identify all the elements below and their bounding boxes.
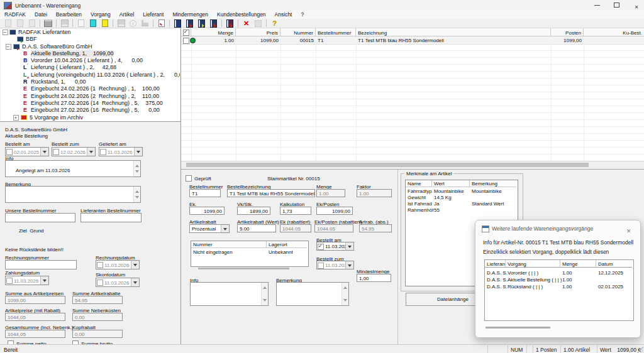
tree-item-eingebucht-2[interactable]: E Eingebucht 24.02.2026 (2 Rechnung) , 2…: [1, 93, 180, 100]
dialog-vorgang-table[interactable]: Lieferant Vorgang Menge Datum D.A.S. S..…: [484, 259, 634, 321]
tree-supplier-das[interactable]: D.A.S. SoftwareBüro GmbH: [1, 43, 180, 50]
save-all-icon[interactable]: [116, 19, 126, 28]
menu-ansicht[interactable]: Ansicht: [270, 11, 297, 18]
rechnungsnummer-input[interactable]: [5, 260, 77, 269]
date-checkbox[interactable]: [318, 263, 324, 269]
ek-posten-input[interactable]: 1099,00: [316, 207, 353, 215]
grid-header-posten[interactable]: Posten: [551, 28, 584, 36]
minimize-button[interactable]: [588, 0, 607, 10]
dialog-horizontal-scrollbar[interactable]: [484, 325, 633, 329]
maximize-button[interactable]: [608, 0, 626, 10]
tree-root[interactable]: RADFAK Lieferanten: [1, 29, 180, 36]
chevron-down-icon[interactable]: [345, 242, 353, 250]
dialog-cell[interactable]: Vororder ( | | ): [506, 270, 562, 276]
art-info-textarea[interactable]: [190, 282, 269, 306]
chevron-down-icon[interactable]: [134, 148, 142, 156]
menu-lieferant[interactable]: Lieferant: [138, 11, 168, 18]
chevron-down-icon[interactable]: [345, 261, 353, 269]
textarea-scrollbar[interactable]: [341, 283, 348, 305]
new-document-cyan-icon[interactable]: [87, 19, 98, 28]
scrollbar-thumb[interactable]: [486, 327, 550, 329]
mindestmenge-input[interactable]: 1,00: [357, 274, 391, 282]
info-textarea[interactable]: Angelegt am 11.03.2026: [5, 160, 141, 177]
dialog-cell[interactable]: 02.01.2025: [596, 284, 634, 290]
vk-input[interactable]: 1899,00: [237, 207, 270, 215]
dialog-cell[interactable]: [596, 277, 634, 283]
dialog-cell[interactable]: Rückstand ( | | ): [506, 284, 562, 290]
table-row[interactable]: 1.00 1099,00 00015 T1 T1 Test MTB blau R…: [181, 36, 644, 45]
tree-item-eingebucht-3[interactable]: E Eingebucht 27.02.2026 (14 Rechnung) , …: [1, 100, 180, 107]
grid-header-kubest[interactable]: Ku-Best.: [584, 28, 644, 36]
date-checkbox-checked[interactable]: [318, 244, 324, 250]
info-icon[interactable]: i: [128, 19, 138, 28]
skontodatum-date-picker[interactable]: 11.03.2026: [96, 278, 140, 287]
dialog-cell[interactable]: D.A.S. S...: [485, 277, 508, 283]
artikelrabatt-wert-input[interactable]: 5.00: [237, 224, 276, 232]
date-checkbox[interactable]: [97, 280, 103, 286]
edit-document-icon[interactable]: [156, 19, 167, 28]
resize-grip[interactable]: [637, 347, 643, 353]
book-add-icon[interactable]: [172, 19, 183, 28]
art-bestellt-zum-date-picker[interactable]: 11.03.2026: [316, 261, 354, 269]
dialog-cell[interactable]: D.A.S. S...: [485, 270, 508, 276]
zahlungsdatum-date-picker[interactable]: 11.03.2026: [5, 276, 49, 285]
paste-special-icon[interactable]: [26, 19, 37, 28]
menu-vorgang[interactable]: Vorgang: [86, 11, 115, 18]
collapse-icon[interactable]: [3, 30, 8, 35]
book-out-icon[interactable]: [208, 19, 219, 28]
unsere-bestellnummer-input[interactable]: [5, 213, 75, 222]
dialog-cell[interactable]: Aktuelle Bestellung ( | | ): [506, 277, 562, 283]
tree-item-lieferung[interactable]: L Lieferung ( Lieferant ) , 2, 42,88: [1, 64, 180, 71]
ek-input[interactable]: 1099,00: [189, 207, 225, 215]
rechnungsdatum-date-picker[interactable]: 11.03.2026: [96, 260, 140, 269]
book-in-icon[interactable]: [184, 19, 195, 28]
art-bestellt-am-date-picker[interactable]: 11.03.2026: [316, 242, 354, 251]
dialog-cell[interactable]: 1.00: [560, 270, 598, 276]
factory-icon[interactable]: [140, 19, 150, 28]
grid-header-menge[interactable]: Menge: [191, 28, 236, 36]
tree-item-eingebucht-1[interactable]: E Eingebucht 24.02.2026 (1 Rechnung) , 1…: [1, 85, 180, 92]
menu-radfak[interactable]: RADFAK: [0, 11, 30, 18]
tree-item-vororder[interactable]: B , Vororder 10.04.2026 ( Lieferant ) , …: [1, 57, 180, 64]
book-edit-icon[interactable]: [196, 19, 207, 28]
menu-help[interactable]: ?: [296, 11, 308, 18]
print-icon[interactable]: [43, 19, 53, 28]
grid-header-bezeichnung[interactable]: Bezeichnung: [356, 28, 551, 36]
tree-item-eingebucht-4[interactable]: E Eingebucht 27.02.2026 (16 Rechnung) , …: [1, 107, 180, 114]
textarea-scrollbar[interactable]: [133, 161, 140, 176]
art-bemerkung-textarea[interactable]: [276, 282, 349, 306]
dialog-cell[interactable]: 12.12.2025: [596, 270, 634, 276]
grid-header-nummer[interactable]: Nummer: [280, 28, 316, 36]
chevron-down-icon[interactable]: [131, 278, 139, 286]
grid-horizontal-scrollbar[interactable]: [181, 161, 644, 169]
bemerkung-textarea[interactable]: [5, 186, 141, 203]
lieferanten-bestellnummer-input[interactable]: [80, 213, 142, 222]
menu-datei[interactable]: Datei: [30, 11, 52, 18]
paste-icon[interactable]: [3, 19, 13, 28]
chevron-down-icon[interactable]: [221, 225, 229, 232]
delete-icon[interactable]: ✕: [241, 19, 252, 28]
textarea-scrollbar[interactable]: [133, 187, 140, 202]
menu-mindermengen[interactable]: Mindermengen: [168, 11, 213, 18]
bestellt-am-date-picker[interactable]: 02.01.2025: [5, 147, 49, 156]
expand-icon[interactable]: [13, 115, 19, 121]
dialog-cell[interactable]: 1.00: [560, 277, 598, 283]
close-button[interactable]: [627, 0, 644, 10]
row-checkbox[interactable]: [183, 38, 189, 44]
chevron-down-icon[interactable]: [87, 148, 95, 156]
date-checkbox[interactable]: [6, 278, 13, 284]
new-document-yellow-icon[interactable]: [99, 19, 110, 28]
lager-table[interactable]: Nummer Lagerort Nicht eingetragen Unbeka…: [191, 241, 309, 267]
tree-item-rueckstand[interactable]: R Rückstand, 1, 0,00: [1, 79, 180, 85]
chevron-down-icon[interactable]: [131, 261, 139, 269]
tree-supplier-bbf[interactable]: BBF: [1, 36, 180, 43]
collapse-icon[interactable]: [6, 44, 11, 50]
splitter[interactable]: [180, 28, 181, 344]
book-archive-icon[interactable]: [225, 19, 235, 28]
kalkulation-input[interactable]: 1,73: [280, 207, 311, 215]
new-document-icon[interactable]: [75, 19, 86, 28]
save-icon[interactable]: [59, 19, 70, 28]
tree-item-archiv[interactable]: 5 Vorgänge im Archiv: [1, 114, 180, 121]
geprueft-checkbox[interactable]: [186, 175, 192, 182]
geliefert-am-date-picker[interactable]: 11.03.2026: [99, 147, 143, 156]
